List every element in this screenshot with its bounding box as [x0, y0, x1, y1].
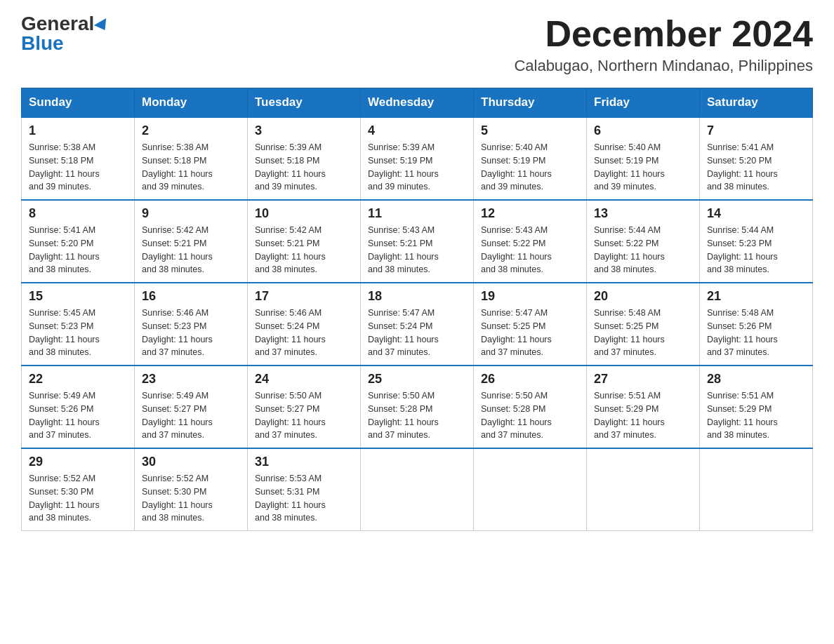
day-info: Sunrise: 5:48 AMSunset: 5:26 PMDaylight:…: [707, 307, 805, 359]
day-number: 23: [142, 372, 240, 387]
page-header: General Blue December 2024 Calabugao, No…: [21, 14, 813, 75]
calendar-cell: 6Sunrise: 5:40 AMSunset: 5:19 PMDaylight…: [587, 117, 700, 200]
calendar-cell: 11Sunrise: 5:43 AMSunset: 5:21 PMDayligh…: [361, 200, 474, 283]
day-number: 16: [142, 289, 240, 304]
day-info: Sunrise: 5:45 AMSunset: 5:23 PMDaylight:…: [29, 307, 127, 359]
calendar-cell: 17Sunrise: 5:46 AMSunset: 5:24 PMDayligh…: [248, 283, 361, 365]
day-number: 29: [29, 455, 127, 469]
day-number: 22: [29, 372, 127, 387]
col-header-thursday: Thursday: [474, 88, 587, 118]
day-info: Sunrise: 5:38 AMSunset: 5:18 PMDaylight:…: [142, 141, 240, 194]
calendar-cell: 19Sunrise: 5:47 AMSunset: 5:25 PMDayligh…: [474, 283, 587, 365]
calendar-cell: 3Sunrise: 5:39 AMSunset: 5:18 PMDaylight…: [248, 117, 361, 200]
col-header-friday: Friday: [587, 88, 700, 118]
day-info: Sunrise: 5:42 AMSunset: 5:21 PMDaylight:…: [255, 224, 353, 276]
day-info: Sunrise: 5:50 AMSunset: 5:28 PMDaylight:…: [481, 389, 579, 442]
calendar-cell: 12Sunrise: 5:43 AMSunset: 5:22 PMDayligh…: [474, 200, 587, 283]
day-info: Sunrise: 5:51 AMSunset: 5:29 PMDaylight:…: [594, 389, 692, 442]
day-number: 1: [29, 123, 127, 138]
day-number: 11: [368, 206, 466, 221]
calendar-cell: 15Sunrise: 5:45 AMSunset: 5:23 PMDayligh…: [22, 283, 135, 365]
calendar-cell: 4Sunrise: 5:39 AMSunset: 5:19 PMDaylight…: [361, 117, 474, 200]
col-header-sunday: Sunday: [22, 88, 135, 118]
day-number: 3: [255, 123, 353, 138]
col-header-monday: Monday: [135, 88, 248, 118]
day-number: 12: [481, 206, 579, 221]
day-number: 18: [368, 289, 466, 304]
logo-arrow-icon: [94, 18, 111, 34]
day-info: Sunrise: 5:52 AMSunset: 5:30 PMDaylight:…: [142, 472, 240, 525]
logo: General Blue: [21, 14, 110, 53]
day-number: 5: [481, 123, 579, 138]
calendar-cell: 1Sunrise: 5:38 AMSunset: 5:18 PMDaylight…: [22, 117, 135, 200]
day-info: Sunrise: 5:39 AMSunset: 5:18 PMDaylight:…: [255, 141, 353, 194]
day-info: Sunrise: 5:41 AMSunset: 5:20 PMDaylight:…: [707, 141, 805, 194]
week-row-2: 8Sunrise: 5:41 AMSunset: 5:20 PMDaylight…: [22, 200, 813, 283]
day-number: 26: [481, 372, 579, 387]
day-info: Sunrise: 5:44 AMSunset: 5:23 PMDaylight:…: [707, 224, 805, 276]
day-info: Sunrise: 5:46 AMSunset: 5:24 PMDaylight:…: [255, 307, 353, 359]
week-row-1: 1Sunrise: 5:38 AMSunset: 5:18 PMDaylight…: [22, 117, 813, 200]
day-info: Sunrise: 5:40 AMSunset: 5:19 PMDaylight:…: [594, 141, 692, 194]
day-number: 30: [142, 455, 240, 469]
title-section: December 2024 Calabugao, Northern Mindan…: [514, 14, 813, 75]
calendar-cell: 29Sunrise: 5:52 AMSunset: 5:30 PMDayligh…: [22, 448, 135, 531]
day-number: 4: [368, 123, 466, 138]
day-info: Sunrise: 5:41 AMSunset: 5:20 PMDaylight:…: [29, 224, 127, 276]
week-row-5: 29Sunrise: 5:52 AMSunset: 5:30 PMDayligh…: [22, 448, 813, 531]
calendar-cell: 21Sunrise: 5:48 AMSunset: 5:26 PMDayligh…: [700, 283, 813, 365]
day-info: Sunrise: 5:53 AMSunset: 5:31 PMDaylight:…: [255, 472, 353, 525]
day-info: Sunrise: 5:49 AMSunset: 5:27 PMDaylight:…: [142, 389, 240, 442]
calendar-cell: 23Sunrise: 5:49 AMSunset: 5:27 PMDayligh…: [135, 365, 248, 448]
day-info: Sunrise: 5:40 AMSunset: 5:19 PMDaylight:…: [481, 141, 579, 194]
day-info: Sunrise: 5:39 AMSunset: 5:19 PMDaylight:…: [368, 141, 466, 194]
logo-line1: General: [21, 14, 110, 34]
week-row-4: 22Sunrise: 5:49 AMSunset: 5:26 PMDayligh…: [22, 365, 813, 448]
day-info: Sunrise: 5:44 AMSunset: 5:22 PMDaylight:…: [594, 224, 692, 276]
logo-blue-text: Blue: [21, 32, 64, 54]
day-number: 21: [707, 289, 805, 304]
col-header-saturday: Saturday: [700, 88, 813, 118]
day-info: Sunrise: 5:50 AMSunset: 5:28 PMDaylight:…: [368, 389, 466, 442]
location-title: Calabugao, Northern Mindanao, Philippine…: [514, 57, 813, 75]
day-number: 7: [707, 123, 805, 138]
day-number: 31: [255, 455, 353, 469]
day-number: 19: [481, 289, 579, 304]
day-number: 14: [707, 206, 805, 221]
day-number: 9: [142, 206, 240, 221]
calendar-cell: 31Sunrise: 5:53 AMSunset: 5:31 PMDayligh…: [248, 448, 361, 531]
calendar-cell: [587, 448, 700, 531]
col-header-wednesday: Wednesday: [361, 88, 474, 118]
calendar-cell: 8Sunrise: 5:41 AMSunset: 5:20 PMDaylight…: [22, 200, 135, 283]
calendar-cell: 13Sunrise: 5:44 AMSunset: 5:22 PMDayligh…: [587, 200, 700, 283]
day-info: Sunrise: 5:50 AMSunset: 5:27 PMDaylight:…: [255, 389, 353, 442]
day-info: Sunrise: 5:46 AMSunset: 5:23 PMDaylight:…: [142, 307, 240, 359]
month-title: December 2024: [514, 14, 813, 54]
day-number: 10: [255, 206, 353, 221]
day-number: 24: [255, 372, 353, 387]
day-info: Sunrise: 5:49 AMSunset: 5:26 PMDaylight:…: [29, 389, 127, 442]
calendar-cell: 20Sunrise: 5:48 AMSunset: 5:25 PMDayligh…: [587, 283, 700, 365]
day-number: 28: [707, 372, 805, 387]
day-info: Sunrise: 5:42 AMSunset: 5:21 PMDaylight:…: [142, 224, 240, 276]
day-number: 20: [594, 289, 692, 304]
calendar-cell: [700, 448, 813, 531]
day-info: Sunrise: 5:43 AMSunset: 5:21 PMDaylight:…: [368, 224, 466, 276]
calendar-cell: 10Sunrise: 5:42 AMSunset: 5:21 PMDayligh…: [248, 200, 361, 283]
day-number: 15: [29, 289, 127, 304]
calendar-cell: [474, 448, 587, 531]
calendar-cell: 28Sunrise: 5:51 AMSunset: 5:29 PMDayligh…: [700, 365, 813, 448]
day-info: Sunrise: 5:51 AMSunset: 5:29 PMDaylight:…: [707, 389, 805, 442]
calendar-cell: 22Sunrise: 5:49 AMSunset: 5:26 PMDayligh…: [22, 365, 135, 448]
day-number: 8: [29, 206, 127, 221]
calendar-cell: 25Sunrise: 5:50 AMSunset: 5:28 PMDayligh…: [361, 365, 474, 448]
calendar-cell: 16Sunrise: 5:46 AMSunset: 5:23 PMDayligh…: [135, 283, 248, 365]
calendar-table: SundayMondayTuesdayWednesdayThursdayFrid…: [21, 88, 813, 531]
day-info: Sunrise: 5:43 AMSunset: 5:22 PMDaylight:…: [481, 224, 579, 276]
calendar-cell: 30Sunrise: 5:52 AMSunset: 5:30 PMDayligh…: [135, 448, 248, 531]
calendar-cell: 14Sunrise: 5:44 AMSunset: 5:23 PMDayligh…: [700, 200, 813, 283]
day-number: 27: [594, 372, 692, 387]
calendar-cell: [361, 448, 474, 531]
calendar-cell: 18Sunrise: 5:47 AMSunset: 5:24 PMDayligh…: [361, 283, 474, 365]
day-number: 25: [368, 372, 466, 387]
